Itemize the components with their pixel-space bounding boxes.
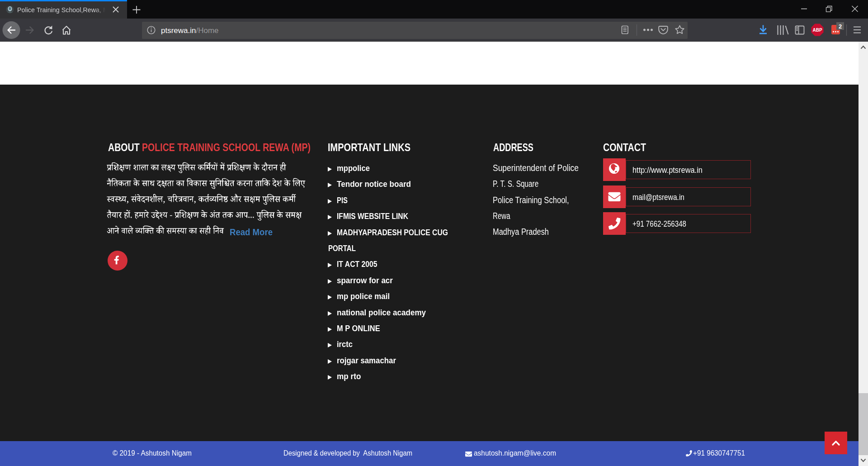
svg-text:ABP: ABP	[812, 28, 822, 33]
svg-text:2: 2	[839, 23, 842, 30]
